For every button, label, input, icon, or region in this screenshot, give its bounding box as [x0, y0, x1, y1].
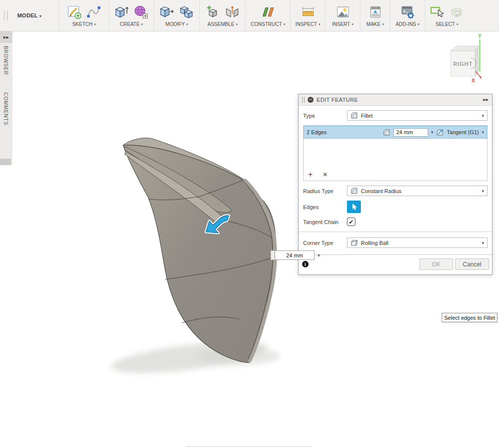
menu-label: INSERT [332, 21, 350, 27]
toolbar-menu-modify[interactable]: MODIFY ▾ [166, 21, 188, 27]
radius-type-value: Constant Radius [361, 188, 401, 194]
edges-label: Edges [303, 204, 347, 210]
continuity-value[interactable]: Tangent (G1) [447, 129, 479, 135]
toolbar-group-addins[interactable]: ADD-INS ▾ [390, 0, 425, 31]
toolbar-menu-select[interactable]: SELECT ▾ [436, 21, 458, 27]
chevron-down-icon: ▾ [418, 22, 420, 26]
status-prompt: Select edges to Fillet [442, 313, 498, 322]
toolbar-group-construct[interactable]: CONSTRUCT ▾ [245, 0, 290, 31]
sidebar-item-comments[interactable]: COMMENTS [3, 92, 8, 125]
corner-type-dropdown[interactable]: Rolling Ball ▾ [347, 237, 488, 248]
chevron-down-icon: ▾ [94, 22, 96, 26]
edit-feature-dialog: − EDIT FEATURE ▶▶ Type Fillet ▾ 2 Edges [298, 94, 493, 275]
toolbar-group-assemble[interactable]: ASSEMBLE ▾ [199, 0, 245, 31]
remove-selection-button[interactable]: ✕ [323, 171, 328, 178]
type-dropdown[interactable]: Fillet ▾ [347, 110, 488, 121]
toolbar-menu-sketch[interactable]: SKETCH ▾ [72, 21, 96, 27]
combine-icon[interactable] [178, 4, 194, 20]
tangent-continuity-icon [436, 129, 444, 136]
dialog-title: EDIT FEATURE [317, 97, 358, 103]
radius-type-label: Radius Type [303, 188, 347, 194]
dialog-header[interactable]: − EDIT FEATURE ▶▶ [299, 94, 492, 106]
toolbar-group-modify[interactable]: MODIFY ▾ [154, 0, 199, 31]
fillet-selection-list[interactable]: 2 Edges ▾ Tangent (G1) ▾ + ✕ [303, 125, 488, 181]
create-form-icon[interactable] [133, 4, 149, 20]
viewcube-face-label[interactable]: RIGHT [453, 61, 473, 67]
select-solid-icon[interactable] [449, 4, 465, 20]
measure-icon[interactable] [300, 4, 316, 20]
radius-dropdown-icon[interactable]: ▾ [431, 130, 434, 135]
fillet-icon [383, 129, 390, 136]
chevron-down-icon: ▾ [141, 22, 143, 26]
toolbar-menu-make[interactable]: MAKE ▾ [366, 21, 384, 27]
press-pull-icon[interactable] [159, 4, 175, 20]
create-sketch-icon[interactable] [66, 4, 82, 20]
radius-type-dropdown[interactable]: Constant Radius ▾ [347, 186, 488, 196]
joint-icon[interactable] [224, 4, 240, 20]
info-icon[interactable]: i [302, 261, 309, 267]
corner-type-value: Rolling Ball [361, 240, 388, 246]
scripts-addins-icon[interactable] [400, 4, 416, 20]
fillet-shell-body[interactable] [123, 138, 276, 363]
cancel-button[interactable]: Cancel [455, 258, 489, 270]
cursor-arrow-icon [351, 203, 357, 211]
toolbar-menu-construct[interactable]: CONSTRUCT ▾ [251, 21, 285, 27]
dimension-value-input[interactable] [275, 250, 315, 260]
chevron-down-icon: ▾ [482, 189, 484, 194]
toolbar-group-inspect[interactable]: INSPECT ▾ [290, 0, 325, 31]
toolbar-menu-create[interactable]: CREATE ▾ [120, 21, 143, 27]
type-value: Fillet [361, 113, 372, 119]
chevron-down-icon: ▾ [482, 113, 484, 118]
dimension-drag-grip[interactable] [271, 250, 275, 260]
toolbar-menu-insert[interactable]: INSERT ▾ [332, 21, 353, 27]
constant-radius-icon [350, 187, 358, 195]
dialog-footer: i OK Cancel [299, 254, 492, 274]
radius-value-input[interactable] [393, 128, 428, 137]
sidebar-item-browser[interactable]: BROWSER [3, 46, 8, 75]
menu-label: CREATE [120, 21, 140, 27]
spline-icon[interactable] [86, 4, 102, 20]
toolbar-group-create[interactable]: CREATE ▾ [109, 0, 154, 31]
expand-browser-button[interactable]: ▶▶ [0, 31, 12, 43]
insert-image-icon[interactable] [335, 4, 351, 20]
add-selection-button[interactable]: + [308, 171, 313, 178]
construct-plane-icon[interactable] [260, 4, 276, 20]
select-window-icon[interactable] [429, 4, 445, 20]
viewcube-cube[interactable]: RIGHT [451, 46, 479, 76]
print-icon[interactable] [367, 4, 383, 20]
chevron-down-icon: ▾ [284, 22, 286, 26]
ok-button[interactable]: OK [419, 258, 453, 270]
fillet-icon [350, 112, 358, 119]
menu-label: INSPECT [296, 21, 317, 27]
workspace-switcher[interactable]: MODEL ▾ [0, 0, 59, 31]
axis-x-label: X [472, 78, 475, 83]
toolbar-group-insert[interactable]: INSERT ▾ [325, 0, 360, 31]
chevron-down-icon: ▾ [186, 22, 188, 26]
new-component-icon[interactable] [205, 4, 221, 20]
type-label: Type [303, 113, 347, 119]
check-icon: ✓ [348, 219, 353, 225]
feature-badge-icon: − [308, 97, 314, 103]
toolbar-group-make[interactable]: MAKE ▾ [360, 0, 390, 31]
dialog-drag-grip[interactable] [302, 97, 305, 103]
workspace-dropdown[interactable]: MODEL ▾ [0, 12, 59, 18]
toolbar-menu-inspect[interactable]: INSPECT ▾ [296, 21, 321, 27]
continuity-dropdown-icon[interactable]: ▾ [482, 130, 484, 135]
dialog-collapse-icon[interactable]: ▶▶ [483, 98, 489, 102]
menu-label: MODIFY [166, 21, 185, 27]
viewcube[interactable]: RIGHT Y X [439, 32, 499, 87]
menu-label: MAKE [366, 21, 380, 27]
edges-select-button[interactable] [347, 201, 361, 213]
extrude-icon[interactable] [114, 4, 130, 20]
dimension-dropdown-icon[interactable]: ▾ [315, 253, 323, 258]
menu-label: ASSEMBLE [207, 21, 234, 27]
toolbar-group-select[interactable]: SELECT ▾ [425, 0, 469, 31]
workspace-label: MODEL [17, 12, 38, 18]
fillet-selection-row[interactable]: 2 Edges ▾ Tangent (G1) ▾ [304, 126, 487, 139]
chevron-down-icon: ▾ [236, 22, 238, 26]
toolbar-menu-assemble[interactable]: ASSEMBLE ▾ [207, 21, 237, 27]
sidebar-resize-handle[interactable] [0, 159, 11, 165]
tangent-chain-checkbox[interactable]: ✓ [347, 218, 355, 226]
toolbar-menu-addins[interactable]: ADD-INS ▾ [396, 21, 420, 27]
toolbar-group-sketch[interactable]: SKETCH ▾ [59, 0, 109, 31]
